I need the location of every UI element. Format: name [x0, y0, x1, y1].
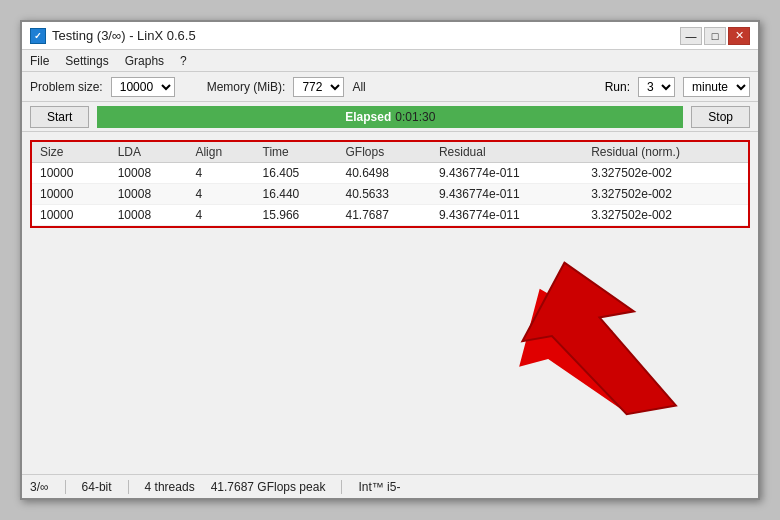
table-cell: 40.6498: [337, 163, 430, 184]
progress-bar: Elapsed 0:01:30: [97, 106, 683, 128]
table-cell: 10008: [110, 205, 188, 226]
run-label: Run:: [605, 80, 630, 94]
maximize-button[interactable]: □: [704, 27, 726, 45]
main-window: ✓ Testing (3/∞) - LinX 0.6.5 — □ ✕ File …: [20, 20, 760, 500]
table-cell: 41.7687: [337, 205, 430, 226]
elapsed-label: Elapsed: [345, 110, 391, 124]
memory-select[interactable]: 772: [293, 77, 344, 97]
table-cell: 10000: [32, 205, 110, 226]
memory-label: Memory (MiB):: [207, 80, 286, 94]
table-cell: 40.5633: [337, 184, 430, 205]
start-button[interactable]: Start: [30, 106, 89, 128]
col-size: Size: [32, 142, 110, 163]
table-row: 1000010008416.44040.56339.436774e-0113.3…: [32, 184, 748, 205]
table-cell: 9.436774e-011: [431, 163, 583, 184]
table-cell: 10000: [32, 163, 110, 184]
app-icon: ✓: [30, 28, 46, 44]
table-cell: 16.440: [255, 184, 338, 205]
run-select[interactable]: 3: [638, 77, 675, 97]
menu-help[interactable]: ?: [180, 54, 187, 68]
close-button[interactable]: ✕: [728, 27, 750, 45]
title-bar: ✓ Testing (3/∞) - LinX 0.6.5 — □ ✕: [22, 22, 758, 50]
memory-option: All: [352, 80, 365, 94]
status-threads-info: 4 threads: [145, 480, 195, 494]
table-cell: 10000: [32, 184, 110, 205]
window-controls: — □ ✕: [680, 27, 750, 45]
table-row: 1000010008415.96641.76879.436774e-0113.3…: [32, 205, 748, 226]
status-divider-2: [128, 480, 129, 494]
table-cell: 10008: [110, 184, 188, 205]
table-cell: 4: [187, 163, 254, 184]
table-cell: 10008: [110, 163, 188, 184]
col-time: Time: [255, 142, 338, 163]
minimize-button[interactable]: —: [680, 27, 702, 45]
results-table-wrapper: Size LDA Align Time GFlops Residual Resi…: [30, 140, 750, 228]
table-row: 1000010008416.40540.64989.436774e-0113.3…: [32, 163, 748, 184]
table-cell: 16.405: [255, 163, 338, 184]
status-bar: 3/∞ 64-bit 4 threads 41.7687 GFlops peak…: [22, 474, 758, 498]
col-residual-norm: Residual (norm.): [583, 142, 748, 163]
table-cell: 9.436774e-011: [431, 205, 583, 226]
problem-size-label: Problem size:: [30, 80, 103, 94]
elapsed-time: 0:01:30: [395, 110, 435, 124]
status-divider-1: [65, 480, 66, 494]
run-unit-select[interactable]: minute: [683, 77, 750, 97]
problem-size-select[interactable]: 10000: [111, 77, 175, 97]
table-cell: 4: [187, 184, 254, 205]
table-cell: 15.966: [255, 205, 338, 226]
stop-button[interactable]: Stop: [691, 106, 750, 128]
status-gflops-info: 41.7687 GFlops peak: [211, 480, 326, 494]
table-cell: 4: [187, 205, 254, 226]
col-align: Align: [187, 142, 254, 163]
svg-marker-0: [518, 266, 663, 435]
status-divider-3: [341, 480, 342, 494]
menu-settings[interactable]: Settings: [65, 54, 108, 68]
status-run-info: 3/∞: [30, 480, 49, 494]
content-area: Size LDA Align Time GFlops Residual Resi…: [22, 132, 758, 498]
action-bar: Start Elapsed 0:01:30 Stop: [22, 102, 758, 132]
results-table: Size LDA Align Time GFlops Residual Resi…: [32, 142, 748, 226]
table-cell: 3.327502e-002: [583, 205, 748, 226]
table-cell: 3.327502e-002: [583, 163, 748, 184]
col-gflops: GFlops: [337, 142, 430, 163]
menu-bar: File Settings Graphs ?: [22, 50, 758, 72]
status-cpu-info: Int™ i5-: [358, 480, 400, 494]
arrow-overlay: [518, 248, 738, 448]
col-residual: Residual: [431, 142, 583, 163]
title-bar-left: ✓ Testing (3/∞) - LinX 0.6.5: [30, 28, 196, 44]
menu-graphs[interactable]: Graphs: [125, 54, 164, 68]
table-cell: 3.327502e-002: [583, 184, 748, 205]
svg-marker-1: [518, 248, 676, 430]
status-bit-info: 64-bit: [82, 480, 112, 494]
menu-file[interactable]: File: [30, 54, 49, 68]
col-lda: LDA: [110, 142, 188, 163]
window-title: Testing (3/∞) - LinX 0.6.5: [52, 28, 196, 43]
toolbar: Problem size: 10000 Memory (MiB): 772 Al…: [22, 72, 758, 102]
table-cell: 9.436774e-011: [431, 184, 583, 205]
